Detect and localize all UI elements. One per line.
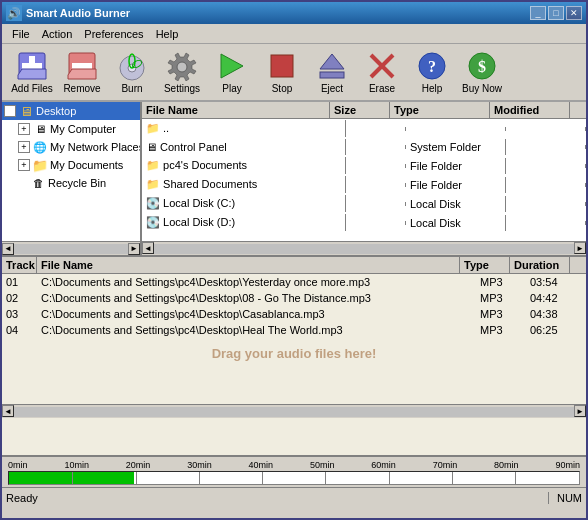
tick-30 — [199, 472, 200, 484]
file-row-local-c[interactable]: 💽 Local Disk (C:) Local Disk — [142, 194, 586, 213]
my-computer-icon: 🖥 — [32, 121, 48, 137]
file-name-pc4-docs: 📁 pc4's Documents — [142, 157, 346, 174]
tree-item-my-computer[interactable]: + 🖥 My Computer — [2, 120, 140, 138]
file-row-pc4-docs[interactable]: 📁 pc4's Documents File Folder — [142, 156, 586, 175]
track-row-3[interactable]: 03 C:\Documents and Settings\pc4\Desktop… — [2, 306, 586, 322]
remove-icon — [66, 50, 98, 81]
expand-desktop[interactable]: - — [4, 105, 16, 117]
drag-drop-hint: Drag your audio files here! — [2, 338, 586, 369]
track-row-1[interactable]: 01 C:\Documents and Settings\pc4\Desktop… — [2, 274, 586, 290]
file-browser-panel: File Name Size Type Modified 📁 .. — [142, 102, 586, 255]
track-num-3: 03 — [2, 307, 37, 321]
menu-preferences[interactable]: Preferences — [78, 26, 149, 42]
header-scroll-spacer — [570, 102, 586, 118]
tree-scroll-right[interactable]: ► — [128, 243, 140, 255]
col-header-size[interactable]: Size — [330, 102, 390, 118]
play-button[interactable]: Play — [208, 47, 256, 97]
col-duration[interactable]: Duration — [510, 257, 570, 273]
expand-my-network[interactable]: + — [18, 141, 30, 153]
expand-my-documents[interactable]: + — [18, 159, 30, 171]
file-row-up-size — [346, 127, 406, 131]
file-row-up[interactable]: 📁 .. — [142, 119, 586, 138]
settings-button[interactable]: Settings — [158, 47, 206, 97]
remove-button[interactable]: Remove — [58, 47, 106, 97]
track-scroll-left[interactable]: ◄ — [2, 405, 14, 417]
menu-help[interactable]: Help — [150, 26, 185, 42]
status-text: Ready — [6, 492, 540, 504]
time-labels: 0min 10min 20min 30min 40min 50min 60min… — [8, 460, 580, 470]
tree-scroll-left[interactable]: ◄ — [2, 243, 14, 255]
maximize-button[interactable]: □ — [548, 6, 564, 20]
col-header-modified[interactable]: Modified — [490, 102, 570, 118]
time-40: 40min — [249, 460, 274, 470]
svg-rect-5 — [72, 63, 92, 69]
tree-hscroll[interactable]: ◄ ► — [2, 241, 140, 255]
svg-rect-2 — [22, 63, 42, 69]
help-button[interactable]: ? Help — [408, 47, 456, 97]
track-file-3: C:\Documents and Settings\pc4\Desktop\Ca… — [37, 307, 476, 321]
menu-action[interactable]: Action — [36, 26, 79, 42]
burn-button[interactable]: Burn — [108, 47, 156, 97]
tree-scrollbar-thumb[interactable] — [14, 244, 128, 254]
track-scroll-spacer — [570, 257, 586, 273]
file-row-shared-docs[interactable]: 📁 Shared Documents File Folder — [142, 175, 586, 194]
burn-icon — [116, 50, 148, 81]
minimize-button[interactable]: _ — [530, 6, 546, 20]
col-track[interactable]: Track — [2, 257, 37, 273]
tree-label-my-network: My Network Places — [50, 141, 140, 153]
browser-scroll-right[interactable]: ► — [574, 242, 586, 254]
track-row-2[interactable]: 02 C:\Documents and Settings\pc4\Desktop… — [2, 290, 586, 306]
svg-point-11 — [177, 62, 187, 72]
track-file-4: C:\Documents and Settings\pc4\Desktop\He… — [37, 323, 476, 337]
track-row-4[interactable]: 04 C:\Documents and Settings\pc4\Desktop… — [2, 322, 586, 338]
track-scroll-right[interactable]: ► — [574, 405, 586, 417]
add-files-icon — [16, 50, 48, 81]
time-0: 0min — [8, 460, 28, 470]
progress-track[interactable] — [8, 471, 580, 485]
tick-40 — [262, 472, 263, 484]
expand-my-computer[interactable]: + — [18, 123, 30, 135]
track-type-4: MP3 — [476, 323, 526, 337]
tick-80 — [515, 472, 516, 484]
svg-rect-13 — [271, 55, 293, 77]
stop-button[interactable]: Stop — [258, 47, 306, 97]
svg-marker-14 — [320, 54, 344, 69]
track-file-1: C:\Documents and Settings\pc4\Desktop\Ye… — [37, 275, 476, 289]
svg-text:?: ? — [428, 58, 436, 75]
browser-hscroll[interactable]: ◄ ► — [142, 241, 586, 255]
tree-item-recycle-bin[interactable]: 🗑 Recycle Bin — [2, 174, 140, 192]
progress-area: 0min 10min 20min 30min 40min 50min 60min… — [2, 457, 586, 487]
eject-button[interactable]: Eject — [308, 47, 356, 97]
track-dur-3: 04:38 — [526, 307, 586, 321]
erase-button[interactable]: Erase — [358, 47, 406, 97]
col-type[interactable]: Type — [460, 257, 510, 273]
file-type-pc4-docs: File Folder — [406, 158, 506, 174]
tree-item-my-documents[interactable]: + 📁 My Documents — [2, 156, 140, 174]
buy-now-button[interactable]: $ Buy Now — [458, 47, 506, 97]
file-type-local-c: Local Disk — [406, 196, 506, 212]
col-filename[interactable]: File Name — [37, 257, 460, 273]
track-scrollbar[interactable] — [14, 407, 574, 417]
track-type-2: MP3 — [476, 291, 526, 305]
file-name-local-c: 💽 Local Disk (C:) — [142, 195, 346, 212]
file-name-control-panel: 🖥 Control Panel — [142, 139, 346, 155]
tree-item-desktop[interactable]: - 🖥 Desktop — [2, 102, 140, 120]
col-header-filename[interactable]: File Name — [142, 102, 330, 118]
col-header-type[interactable]: Type — [390, 102, 490, 118]
file-row-local-d[interactable]: 💽 Local Disk (D:) Local Disk — [142, 213, 586, 232]
browser-scrollbar[interactable] — [154, 244, 574, 254]
file-row-control-panel[interactable]: 🖥 Control Panel System Folder — [142, 138, 586, 156]
track-hscroll[interactable]: ◄ ► — [2, 404, 586, 418]
menu-file[interactable]: File — [6, 26, 36, 42]
tree-item-my-network[interactable]: + 🌐 My Network Places — [2, 138, 140, 156]
window-controls: _ □ ✕ — [530, 6, 582, 20]
svg-marker-6 — [68, 69, 96, 79]
add-files-button[interactable]: Add Files — [8, 47, 56, 97]
close-button[interactable]: ✕ — [566, 6, 582, 20]
window-title: Smart Audio Burner — [26, 7, 530, 19]
pc4-docs-icon: 📁 — [146, 159, 160, 171]
recycle-bin-icon: 🗑 — [30, 175, 46, 191]
control-panel-icon: 🖥 — [146, 141, 157, 153]
track-dur-4: 06:25 — [526, 323, 586, 337]
browser-scroll-left[interactable]: ◄ — [142, 242, 154, 254]
